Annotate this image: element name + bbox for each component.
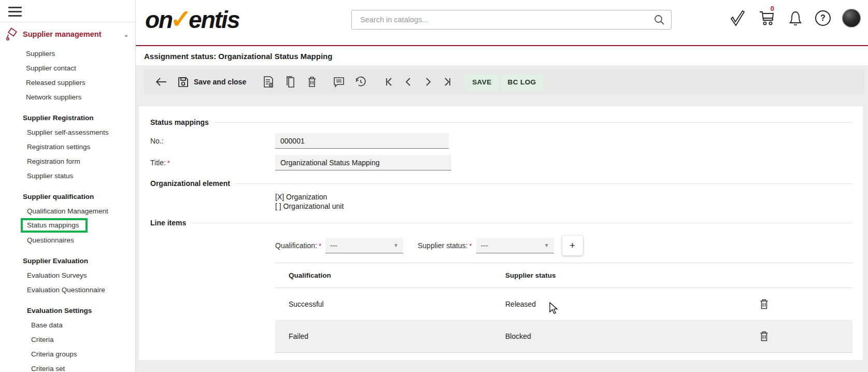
chevron-down-icon[interactable]: ⌄ [123,31,129,38]
delete-icon[interactable] [301,71,323,92]
supplier-status-label: Supplier status:* [418,241,472,250]
title-label: Title:* [150,159,275,167]
trash-icon[interactable] [759,298,769,310]
line-item-entry-row: Qualification:* --- ▼ Supplier status:* … [275,236,852,255]
table-row[interactable]: Successful Released [275,288,852,320]
sidebar-heading-supplier-qualification: Supplier qualification [0,189,135,204]
back-icon[interactable] [150,71,172,92]
sidebar-item-released-suppliers[interactable]: Released suppliers [0,75,135,90]
sidebar-heading-supplier-registration: Supplier Registration [0,110,135,125]
avatar[interactable] [842,9,861,27]
page-title: Assignment status: Organizational Status… [144,52,332,61]
hamburger-menu-icon[interactable] [8,7,22,17]
sidebar: Supplier management ⌄ Suppliers Supplier… [0,0,136,372]
next-record-icon[interactable] [418,71,438,92]
page-title-bar: Assignment status: Organizational Status… [136,47,868,65]
cell-qualification: Failed [275,332,505,340]
search-input[interactable] [352,16,653,24]
new-document-icon[interactable] [258,71,279,92]
sidebar-item-suppliers[interactable]: Suppliers [0,46,135,61]
cart-icon[interactable]: 0 [757,9,776,27]
section-line-items: Line items [150,218,852,227]
column-header-supplier-status: Supplier status [505,271,759,279]
required-marker: * [469,242,472,250]
sidebar-item-registration-form[interactable]: Registration form [0,154,135,168]
sidebar-item-registration-settings[interactable]: Registration settings [0,139,135,154]
no-input[interactable] [275,133,449,149]
catalog-search [351,10,672,30]
content-area: Save and close [136,65,868,372]
no-label: No.: [150,137,275,145]
cell-qualification: Successful [275,300,505,308]
cell-supplier-status: Released [505,300,759,308]
logo-check-glyph: ✓ [170,5,191,34]
qualification-dropdown[interactable]: --- ▼ [325,238,403,253]
last-record-icon[interactable] [438,71,458,92]
copy-icon[interactable] [279,71,301,92]
help-icon[interactable]: ? [815,10,831,26]
search-icon[interactable] [653,14,665,25]
sidebar-item-supplier-status[interactable]: Supplier status [0,168,135,183]
section-organizational-element: Organizational element [150,179,852,188]
required-marker: * [167,159,170,167]
sidebar-item-qualification-management[interactable]: Qualification Management [0,204,135,218]
status-mappings-highlight-box[interactable]: Status mappings [21,218,88,233]
section-status-mappings: Status mappings [150,118,852,127]
sidebar-item-criteria-groups[interactable]: Criteria groups [0,347,135,361]
trash-icon[interactable] [759,331,769,342]
approval-check-icon[interactable] [729,9,746,27]
add-line-item-button[interactable]: + [562,236,583,255]
title-input[interactable] [275,155,451,170]
save-and-close-button[interactable]: Save and close [177,76,246,88]
app-header: on✓entis 0 ? [136,0,868,46]
sidebar-item-supplier-self-assessments[interactable]: Supplier self-assessments [0,125,135,139]
column-header-qualification: Qualification [275,271,505,279]
first-record-icon[interactable] [379,71,399,92]
field-row-no: No.: [150,133,852,149]
save-icon [177,76,189,88]
history-icon[interactable] [350,71,372,92]
sidebar-item-evaluation-questionnaire[interactable]: Evaluation Questionnaire [0,282,135,297]
onventis-logo: on✓entis [145,4,239,34]
line-items-table: Qualification Supplier status Successful… [275,263,852,353]
header-icons: 0 ? [729,9,861,27]
toolbar: Save and close [144,69,864,95]
sidebar-heading-supplier-evaluation: Supplier Evaluation [0,253,135,268]
field-row-title: Title:* [150,155,852,170]
sidebar-item-network-suppliers[interactable]: Network suppliers [0,90,135,104]
record-navigation [379,71,458,92]
sidebar-nav: Suppliers Supplier contact Released supp… [0,46,135,372]
org-option-organizational-unit[interactable]: [ ] Organizational unit [275,202,852,211]
previous-record-icon[interactable] [399,71,418,92]
org-element-options: [X] Organization [ ] Organizational unit [275,192,852,211]
cart-badge: 0 [771,5,774,12]
sidebar-item-supplier-contact[interactable]: Supplier contact [0,61,135,75]
form-panel: Status mappings No.: Title:* Organizatio… [139,106,863,360]
supplier-cart-icon [5,27,19,41]
dropdown-caret-icon: ▼ [393,242,399,248]
sidebar-item-questionnaires[interactable]: Questionnaires [0,233,135,247]
sidebar-item-base-data[interactable]: Base data [0,318,135,332]
sidebar-menu-title: Supplier management [23,30,101,38]
required-marker: * [319,242,321,250]
save-button[interactable]: SAVE [465,74,499,91]
sidebar-item-evaluation-surveys[interactable]: Evaluation Surveys [0,268,135,282]
table-header-row: Qualification Supplier status [275,263,852,288]
bell-icon[interactable] [787,9,804,27]
dropdown-caret-icon: ▼ [544,242,549,248]
sidebar-item-criteria[interactable]: Criteria [0,332,135,347]
sidebar-heading-evaluation-settings: Evaluation Settings [0,303,135,318]
sidebar-item-criteria-set[interactable]: Criteria set [0,361,135,372]
sidebar-menu-supplier-management[interactable]: Supplier management ⌄ [0,22,135,46]
cell-supplier-status: Blocked [505,332,759,340]
org-option-organization[interactable]: [X] Organization [275,192,852,202]
supplier-status-dropdown[interactable]: --- ▼ [476,238,554,253]
qualification-label: Qualification:* [275,241,321,250]
bc-log-button[interactable]: BC LOG [501,74,544,91]
comment-icon[interactable] [328,71,350,92]
table-row[interactable]: Failed Blocked [275,320,852,353]
sidebar-item-status-mappings[interactable]: Status mappings [0,218,135,233]
